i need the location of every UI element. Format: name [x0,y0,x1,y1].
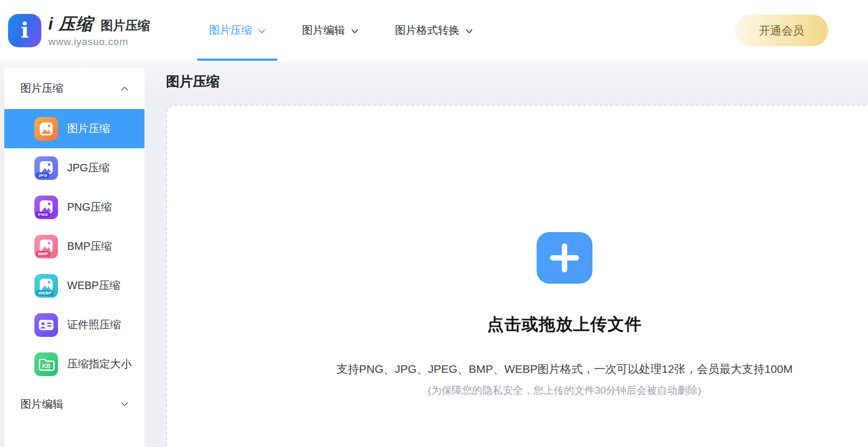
svg-text:KB: KB [42,362,50,369]
bmp-compress-icon: BMP [34,235,58,258]
chevron-down-icon [258,29,265,34]
group-label: 图片编辑 [20,397,63,412]
id-photo-compress-icon [34,313,58,337]
sidebar-item-png-compress[interactable]: PNG PNG压缩 [4,188,144,227]
sidebar-item-jpg-compress[interactable]: JPG JPG压缩 [4,148,144,188]
format-badge: BMP [36,251,50,257]
brand-logo-icon: i [8,14,41,47]
brand[interactable]: i i 压缩 图片压缩 www.iyasuo.com [0,13,150,48]
top-header: i i 压缩 图片压缩 www.iyasuo.com 图片压缩 图片编辑 图片格… [0,0,868,61]
sidebar-group-image-compress[interactable]: 图片压缩 [4,68,144,109]
sidebar-item-label: JPG压缩 [67,161,110,175]
brand-name: i 压缩 [48,13,93,35]
brand-url: www.iyasuo.com [48,36,150,48]
format-badge: WEBP [36,290,54,296]
sidebar-item-image-compress[interactable]: 图片压缩 [4,109,144,148]
nav-tab-label: 图片格式转换 [395,23,459,38]
nav-tab-label: 图片压缩 [209,23,252,38]
sidebar-item-webp-compress[interactable]: WEBP WEBP压缩 [4,266,144,305]
sidebar-item-id-photo-compress[interactable]: 证件照压缩 [4,305,144,344]
png-compress-icon: PNG [34,196,58,219]
compress-to-size-icon: KB [34,352,58,376]
chevron-up-icon [121,86,128,91]
group-label: 图片压缩 [20,81,63,96]
page-title: 图片压缩 [166,73,868,90]
sidebar-item-label: 证件照压缩 [67,318,121,332]
upload-dropzone[interactable]: 点击或拖放上传文件 支持PNG、JPG、JPEG、BMP、WEBP图片格式，一次… [166,105,868,447]
sidebar-item-label: 压缩指定大小 [67,357,132,371]
nav-tab-label: 图片编辑 [302,23,345,38]
jpg-compress-icon: JPG [34,156,58,180]
app-body: 图片压缩 图片压缩 JP [0,61,868,447]
brand-tagline: 图片压缩 [100,17,150,34]
upload-privacy-note: (为保障您的隐私安全，您上传的文件30分钟后会被自动删除) [167,384,868,398]
sidebar-item-compress-to-size[interactable]: KB 压缩指定大小 [4,344,144,384]
open-vip-button[interactable]: 开通会员 [735,15,828,46]
upload-heading: 点击或拖放上传文件 [167,313,868,336]
sidebar-item-label: BMP压缩 [67,239,112,254]
plus-icon [549,242,580,273]
format-badge: JPG [36,172,49,178]
chevron-down-icon [351,29,358,34]
main-content: 图片压缩 点击或拖放上传文件 支持PNG、JPG、JPEG、BMP、WEBP图片… [144,61,868,447]
sidebar-item-label: PNG压缩 [67,200,112,214]
main-nav: 图片压缩 图片编辑 图片格式转换 [197,0,484,61]
sidebar-item-label: WEBP压缩 [67,278,120,293]
sidebar-item-bmp-compress[interactable]: BMP BMP压缩 [4,227,144,266]
logo-letter: i [20,19,28,41]
nav-tab-image-compress[interactable]: 图片压缩 [197,0,277,61]
format-badge: PNG [36,212,50,218]
webp-compress-icon: WEBP [34,274,58,298]
add-files-button[interactable] [537,232,592,284]
chevron-down-icon [121,402,128,407]
chevron-down-icon [466,29,473,34]
sidebar-item-label: 图片压缩 [67,121,110,136]
nav-tab-format-convert[interactable]: 图片格式转换 [383,0,484,61]
sidebar: 图片压缩 图片压缩 JP [4,68,144,447]
brand-text: i 压缩 图片压缩 www.iyasuo.com [48,13,150,48]
image-compress-icon [34,117,58,141]
sidebar-group-image-edit[interactable]: 图片编辑 [4,384,144,425]
nav-tab-image-edit[interactable]: 图片编辑 [290,0,370,61]
upload-support-text: 支持PNG、JPG、JPEG、BMP、WEBP图片格式，一次可以处理12张，会员… [167,362,868,377]
